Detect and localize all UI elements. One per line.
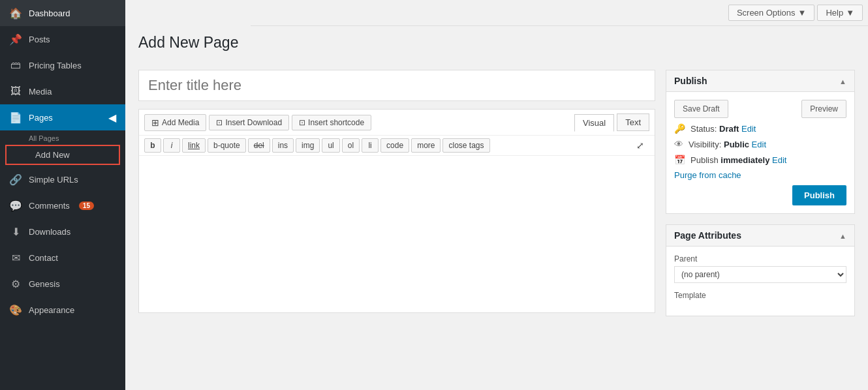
format-ul[interactable]: ul xyxy=(322,138,339,153)
help-button[interactable]: Help ▼ xyxy=(817,5,863,21)
chevron-down-icon: ▼ xyxy=(798,8,807,18)
text-tab[interactable]: Text xyxy=(617,113,649,131)
topbar: Screen Options ▼ Help ▼ xyxy=(251,0,868,26)
format-more[interactable]: more xyxy=(411,138,441,153)
genesis-icon: ⚙ xyxy=(9,277,22,290)
publish-action-row: Save Draft Preview xyxy=(674,100,846,118)
format-img[interactable]: img xyxy=(296,138,320,153)
pages-icon: 📄 xyxy=(9,111,22,124)
main-content: Screen Options ▼ Help ▼ Add New Page ⊞ A… xyxy=(125,0,868,390)
template-label: Template xyxy=(674,291,846,300)
publish-row: Publish xyxy=(674,185,846,205)
publish-collapse-icon[interactable] xyxy=(839,76,846,86)
publish-metabox: Publish Save Draft Preview 🔑 Status: Dra… xyxy=(666,70,855,214)
sidebar-item-media[interactable]: 🖼 Media xyxy=(0,78,125,104)
purge-cache-link[interactable]: Purge from cache xyxy=(674,170,846,180)
format-li[interactable]: li xyxy=(362,138,379,153)
status-row: 🔑 Status: Draft Edit xyxy=(674,123,846,134)
simple-urls-icon: 🔗 xyxy=(9,173,22,186)
publish-time-edit-link[interactable]: Edit xyxy=(772,155,786,165)
sidebar-item-pricing-tables[interactable]: 🗃 Pricing Tables xyxy=(0,52,125,78)
appearance-icon: 🎨 xyxy=(9,303,22,316)
calendar-icon: 📅 xyxy=(674,155,685,165)
publish-time-row: 📅 Publish immediately Edit xyxy=(674,155,846,165)
right-sidebar: Publish Save Draft Preview 🔑 Status: Dra… xyxy=(666,70,855,380)
insert-shortcode-icon: ⊡ xyxy=(299,118,305,127)
insert-download-icon: ⊡ xyxy=(216,118,223,127)
format-italic[interactable]: i xyxy=(163,138,180,153)
sidebar-sub-all-pages[interactable]: All Pages xyxy=(0,130,125,143)
status-icon: 🔑 xyxy=(674,123,685,134)
sidebar-item-genesis[interactable]: ⚙ Genesis xyxy=(0,271,125,297)
format-link[interactable]: link xyxy=(182,138,206,153)
page-attributes-header: Page Attributes xyxy=(666,225,854,247)
sidebar: 🏠 Dashboard 📌 Posts 🗃 Pricing Tables 🖼 M… xyxy=(0,0,125,390)
comments-badge: 15 xyxy=(79,202,94,210)
expand-editor-button[interactable]: ⤢ xyxy=(631,138,649,153)
sidebar-item-comments[interactable]: 💬 Comments 15 xyxy=(0,192,125,218)
dashboard-icon: 🏠 xyxy=(9,7,22,20)
editor-content[interactable] xyxy=(139,156,655,312)
parent-label: Parent xyxy=(674,254,846,263)
editor-toolbar-row2: b i link b-quote del ins img ul ol li co… xyxy=(139,136,655,156)
add-media-icon: ⊞ xyxy=(151,117,159,128)
sidebar-item-pages[interactable]: 📄 Pages ◀ xyxy=(0,104,125,130)
editor-column: ⊞ Add Media ⊡ Insert Download ⊡ Insert s… xyxy=(138,70,655,380)
publish-button[interactable]: Publish xyxy=(792,185,846,205)
page-attributes-metabox: Page Attributes Parent (no parent) Templ… xyxy=(666,224,855,316)
template-section: Template xyxy=(674,291,846,300)
visibility-edit-link[interactable]: Edit xyxy=(752,140,766,149)
sidebar-item-appearance[interactable]: 🎨 Appearance xyxy=(0,297,125,323)
posts-icon: 📌 xyxy=(9,33,22,46)
format-bquote[interactable]: b-quote xyxy=(208,138,246,153)
visibility-row: 👁 Visibility: Public Edit xyxy=(674,139,846,149)
content-area: ⊞ Add Media ⊡ Insert Download ⊡ Insert s… xyxy=(125,59,868,390)
editor-box: ⊞ Add Media ⊡ Insert Download ⊡ Insert s… xyxy=(138,109,655,313)
sidebar-item-downloads[interactable]: ⬇ Downloads xyxy=(0,218,125,245)
screen-options-button[interactable]: Screen Options ▼ xyxy=(728,5,814,21)
page-attributes-content: Parent (no parent) Template xyxy=(666,247,854,316)
status-edit-link[interactable]: Edit xyxy=(741,124,756,134)
page-heading: Add New Page xyxy=(138,34,855,52)
comments-icon: 💬 xyxy=(9,199,22,212)
sidebar-item-contact[interactable]: ✉ Contact xyxy=(0,245,125,271)
format-code[interactable]: code xyxy=(380,138,409,153)
page-attributes-collapse-icon[interactable] xyxy=(839,230,846,241)
media-icon: 🖼 xyxy=(9,85,22,98)
chevron-down-icon: ▼ xyxy=(846,8,854,18)
format-bold[interactable]: b xyxy=(144,138,161,153)
parent-select[interactable]: (no parent) xyxy=(674,266,846,283)
format-ins[interactable]: ins xyxy=(272,138,294,153)
sidebar-item-posts[interactable]: 📌 Posts xyxy=(0,26,125,52)
downloads-icon: ⬇ xyxy=(9,225,22,238)
publish-metabox-header: Publish xyxy=(666,70,854,92)
parent-section: Parent (no parent) xyxy=(674,254,846,283)
insert-download-button[interactable]: ⊡ Insert Download xyxy=(209,115,289,130)
publish-metabox-content: Save Draft Preview 🔑 Status: Draft Edit … xyxy=(666,92,854,213)
page-title-area: Add New Page xyxy=(125,26,868,59)
preview-button[interactable]: Preview xyxy=(801,100,846,118)
editor-toolbar-row1: ⊞ Add Media ⊡ Insert Download ⊡ Insert s… xyxy=(139,110,655,136)
save-draft-button[interactable]: Save Draft xyxy=(674,100,728,118)
format-ol[interactable]: ol xyxy=(342,138,360,153)
format-close-tags[interactable]: close tags xyxy=(442,138,489,153)
pricing-tables-icon: 🗃 xyxy=(9,59,22,72)
visibility-icon: 👁 xyxy=(674,139,683,149)
page-title-input[interactable] xyxy=(138,70,655,101)
add-media-button[interactable]: ⊞ Add Media xyxy=(144,114,206,131)
format-del[interactable]: del xyxy=(248,138,270,153)
sidebar-item-dashboard[interactable]: 🏠 Dashboard xyxy=(0,0,125,26)
insert-shortcode-button[interactable]: ⊡ Insert shortcode xyxy=(292,115,371,130)
sidebar-sub-add-new[interactable]: Add New xyxy=(5,145,120,165)
sidebar-item-simple-urls[interactable]: 🔗 Simple URLs xyxy=(0,166,125,192)
visual-tab[interactable]: Visual xyxy=(574,114,614,132)
contact-icon: ✉ xyxy=(9,251,22,264)
